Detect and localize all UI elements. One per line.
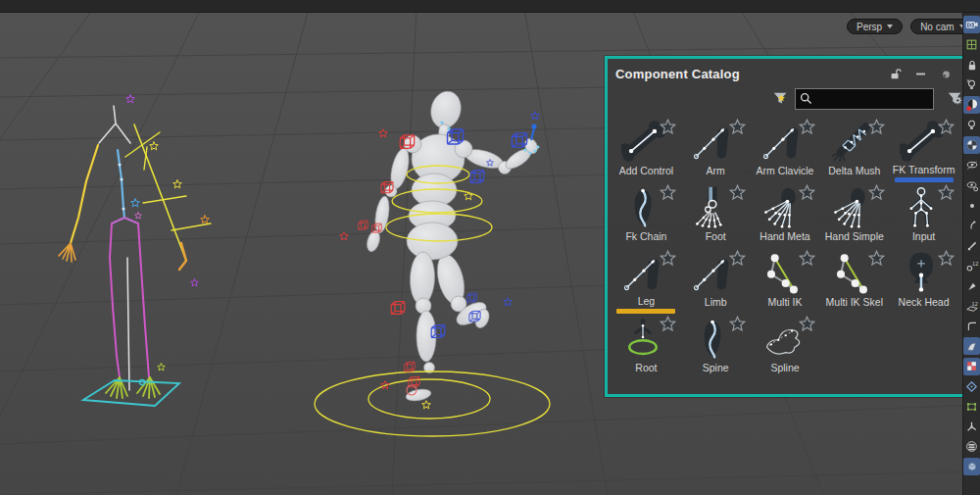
diamond-icon[interactable]	[963, 377, 980, 395]
catalog-item-label: Spline	[770, 362, 799, 373]
camera-frame-icon[interactable]	[963, 398, 980, 416]
cube-display-icon[interactable]	[963, 458, 980, 475]
catalog-item-neck-head[interactable]: Neck Head	[889, 249, 958, 314]
favorite-star-icon[interactable]	[868, 119, 885, 135]
catalog-item-multi-ik[interactable]: Multi IK	[751, 249, 820, 314]
shaded-display-icon[interactable]	[963, 96, 980, 114]
catalog-item-label: Fk Chain	[625, 230, 666, 242]
joint-size-icon[interactable]: 12	[963, 257, 980, 274]
catalog-item-input[interactable]: Input	[889, 183, 958, 248]
pen-icon[interactable]	[963, 237, 980, 255]
stacked-layers-icon[interactable]	[963, 438, 980, 456]
lock-icon[interactable]	[963, 56, 980, 74]
catalog-item-label: Arm	[707, 165, 725, 176]
favorite-star-icon[interactable]	[799, 250, 815, 267]
catalog-item-add-control[interactable]: Add Control	[612, 118, 681, 182]
catalog-item-label: Multi IK Skel	[826, 296, 883, 308]
application-window: Persp No cam Component Catalog	[0, 0, 980, 495]
hand-meta-icon	[760, 185, 804, 228]
catalog-item-fk-transform[interactable]: FK Transform	[889, 118, 958, 182]
favorite-star-icon[interactable]	[799, 119, 815, 135]
catalog-item-leg[interactable]: Leg	[612, 249, 681, 314]
catalog-item-label: Arm Clavicle	[757, 165, 814, 176]
catalog-item-delta-mush[interactable]: Delta Mush	[819, 118, 889, 182]
spline-icon	[760, 317, 804, 360]
layers-grid-icon[interactable]	[963, 36, 980, 54]
panel-header: Component Catalog	[608, 59, 962, 85]
viewport-camera-bar: Persp No cam	[847, 19, 975, 34]
hand-simple-icon	[830, 185, 873, 228]
catalog-item-label: Add Control	[619, 165, 673, 176]
light-off-icon[interactable]	[963, 76, 980, 94]
xray-joints-icon[interactable]	[963, 176, 980, 194]
search-box	[795, 88, 934, 110]
chevron-down-icon	[887, 25, 893, 28]
textured-display-icon[interactable]	[963, 136, 980, 154]
catalog-item-label: Hand Meta	[760, 230, 809, 242]
leg-icon	[621, 251, 664, 294]
corner-curve-icon[interactable]	[963, 318, 980, 335]
catalog-item-label: Limb	[705, 296, 727, 308]
favorite-star-icon[interactable]	[938, 250, 955, 267]
catalog-item-label: FK Transform	[893, 164, 956, 175]
delta-mush-icon	[830, 120, 873, 163]
favorite-star-icon[interactable]	[660, 184, 676, 201]
pivot-prong-icon[interactable]	[963, 418, 980, 435]
selection-underline	[616, 309, 675, 314]
favorite-star-icon[interactable]	[799, 184, 815, 201]
persp-camera-button[interactable]: Persp	[847, 19, 903, 34]
favorite-star-icon[interactable]	[729, 119, 746, 135]
favorite-star-icon[interactable]	[938, 119, 955, 135]
favorite-star-icon[interactable]	[660, 316, 676, 332]
favorite-star-icon[interactable]	[799, 316, 815, 332]
xray-display-icon[interactable]	[963, 157, 980, 174]
catalog-grid: Add Control Arm Arm Clavicle Delta Mush	[608, 113, 962, 379]
favorite-star-icon[interactable]	[868, 184, 885, 201]
fk-chain-icon	[621, 185, 664, 228]
minimize-icon[interactable]	[911, 67, 929, 82]
favorite-star-icon[interactable]	[938, 184, 955, 201]
favorites-filter-icon[interactable]	[772, 91, 790, 107]
dot-icon[interactable]	[963, 197, 980, 215]
catalog-item-foot[interactable]: Foot	[681, 183, 751, 248]
plane-size-icon[interactable]: 12	[963, 297, 980, 315]
viewport-top-strip	[0, 0, 980, 13]
catalog-item-root[interactable]: Root	[612, 315, 681, 379]
catalog-item-hand-meta[interactable]: Hand Meta	[751, 183, 820, 248]
pin-icon[interactable]	[937, 67, 955, 82]
favorite-star-icon[interactable]	[660, 119, 676, 135]
catalog-item-arm-clavicle[interactable]: Arm Clavicle	[751, 118, 820, 182]
catalog-item-spine[interactable]: Spine	[681, 315, 751, 379]
catalog-item-label: Leg	[638, 295, 656, 307]
checker-texture-icon[interactable]	[963, 358, 980, 375]
favorite-star-icon[interactable]	[729, 184, 746, 201]
catalog-item-arm[interactable]: Arm	[681, 118, 751, 182]
multi-ik-icon	[760, 251, 804, 294]
selection-underline	[895, 177, 954, 182]
catalog-item-limb[interactable]: Limb	[681, 249, 751, 314]
search-icon	[800, 92, 812, 105]
catalog-item-hand-simple[interactable]: Hand Simple	[819, 183, 889, 248]
input-icon	[900, 185, 943, 228]
favorite-star-icon[interactable]	[729, 250, 746, 267]
foot-icon	[691, 185, 734, 228]
favorite-star-icon[interactable]	[868, 250, 885, 267]
favorite-star-icon[interactable]	[660, 250, 676, 267]
catalog-item-fk-chain[interactable]: Fk Chain	[612, 183, 681, 248]
unlock-icon[interactable]	[886, 67, 904, 82]
search-input[interactable]	[795, 88, 934, 110]
camera-icon[interactable]	[963, 16, 980, 33]
catalog-item-label: Input	[912, 230, 935, 242]
catalog-item-multi-ik-skel[interactable]: Multi IK Skel	[819, 249, 889, 314]
catalog-item-spline[interactable]: Spline	[751, 315, 820, 379]
spine-icon	[691, 317, 734, 360]
lighting-icon[interactable]	[963, 117, 980, 134]
arm-icon	[691, 120, 734, 163]
panel-title: Component Catalog	[615, 67, 740, 81]
catalog-item-label: Root	[635, 362, 657, 373]
nurbs-plane-icon[interactable]	[963, 337, 980, 355]
hook-icon[interactable]	[963, 217, 980, 234]
catalog-item-label: Delta Mush	[828, 165, 880, 176]
brush-icon[interactable]	[963, 277, 980, 295]
favorite-star-icon[interactable]	[729, 316, 746, 332]
